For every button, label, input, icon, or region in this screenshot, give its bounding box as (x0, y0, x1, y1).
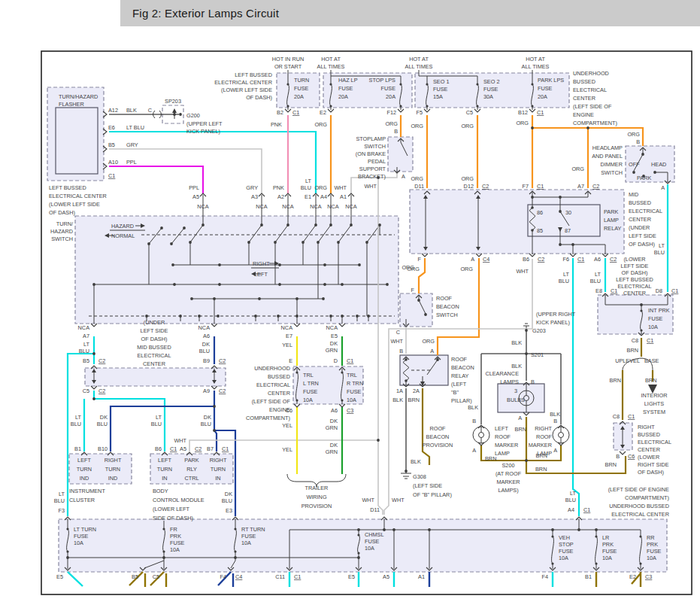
diagram-label: LEFT SIDE (621, 263, 649, 269)
diagram-label: OF DASH) (629, 241, 655, 248)
junction-dot (525, 459, 528, 462)
diagram-label: RLY (186, 466, 197, 473)
diagram-label: GRN (326, 424, 338, 431)
diagram-label: BLK (550, 411, 560, 418)
fuse-end (426, 105, 428, 107)
diagram-label: NCA (327, 203, 339, 210)
junction-dot (217, 315, 220, 318)
diagram-label: A12 (108, 107, 118, 114)
diagram-label: LEFT SIDE (141, 327, 168, 334)
diagram-label: C1 (537, 183, 544, 190)
junction-dot (145, 315, 148, 318)
junction-dot (295, 297, 298, 300)
fuse-end (162, 550, 165, 552)
diagram-label: ORG (422, 338, 435, 345)
diagram-label: OF DASH) (246, 94, 272, 101)
diagram-label: FUSE (303, 388, 318, 395)
diagram-label: CONTROL MODULE (153, 497, 205, 503)
diagram-label: BODY (153, 488, 168, 494)
diagram-label: 10A (74, 540, 83, 546)
coil-end (531, 206, 534, 209)
diagram-label: LEFT (77, 457, 91, 464)
diagram-label: (LOWER LEFT SIDE (49, 201, 100, 208)
fuse-end (551, 562, 553, 564)
diagram-label: B (472, 418, 476, 424)
component-box-flasher-inner (56, 108, 98, 174)
diagram-label: TRL (347, 372, 357, 379)
diagram-label: C1 (170, 445, 177, 452)
diagram-label: PARK LPS (538, 77, 564, 84)
diagram-label: FUSE (538, 85, 553, 92)
diagram-label: C1 (611, 287, 617, 294)
junction-dot (436, 358, 439, 361)
diagram-label: LEFT (254, 271, 268, 278)
diagram-label: ORG (402, 264, 414, 271)
junction-dot (92, 397, 95, 400)
junction-dot (254, 315, 257, 318)
diagram-label: NCA (198, 324, 211, 331)
diagram-label: LAMP (604, 217, 619, 223)
junction-dot (356, 315, 359, 318)
diagram-label: B (553, 418, 557, 424)
diagram-label: A (402, 173, 405, 180)
diagram-label: BRN (485, 455, 496, 462)
diagram-label: COMPARTMENT) (625, 494, 669, 501)
diagram-label: NCA (197, 203, 209, 210)
diagram-label: R TRN (347, 380, 363, 387)
diagram-label: HAZ LP (338, 77, 358, 84)
diagram-label: E (289, 357, 292, 364)
diagram-label: BULBS (507, 397, 525, 403)
diagram-label: BRN (515, 426, 526, 433)
junction-dot (302, 241, 305, 244)
fuse-end (341, 371, 343, 373)
junction-dot (341, 315, 344, 318)
diagram-label: A1 (418, 573, 425, 580)
diagram-label: F (411, 287, 415, 293)
diagram-label: IND (80, 475, 89, 482)
fuse-end (357, 552, 359, 554)
fuse-end (476, 83, 478, 85)
diagram-label: YEL (282, 342, 292, 348)
junction-dot (525, 352, 528, 355)
junction-dot (66, 556, 69, 559)
diagram-label: SEO 1 (433, 78, 450, 85)
wire-brn (423, 388, 429, 465)
diagram-label: RIGHT (638, 424, 655, 430)
diagram-label: BLK (392, 397, 403, 403)
diagram-label: BLU (565, 497, 576, 503)
diagram-label: INT PRK (648, 307, 670, 314)
screenshot-stage: Fig 2: Exterior Lamps Circuit HOT IN RUN… (0, 0, 700, 605)
diagram-label: LR (602, 534, 609, 541)
junction-dot (173, 113, 176, 116)
bulb-filament (479, 433, 484, 438)
diagram-label: (LEFT SIDE OF (573, 103, 612, 110)
diagram-label: OR START (274, 63, 302, 70)
fuse-end (399, 83, 402, 85)
diagram-label: PROVISION (423, 442, 453, 448)
diagram-label: (AT ROOF (495, 470, 522, 477)
junction-dot (274, 241, 277, 244)
junction-dot (179, 315, 182, 318)
diagram-label: ORG (411, 123, 423, 129)
junction-dot (218, 263, 221, 266)
diagram-label: F12 (386, 109, 396, 116)
diagram-label: A9 (203, 388, 210, 394)
diagram-label: LT (156, 414, 162, 421)
diagram-label: A6 (331, 407, 338, 414)
junction-dot (323, 263, 326, 266)
fuse-end (234, 527, 236, 530)
diagram-label: BLU (97, 421, 108, 427)
junction-dot (170, 242, 173, 245)
diagram-label: (LOWER (623, 256, 645, 263)
diagram-label: F3 (58, 507, 65, 514)
diagram-label: A (518, 415, 522, 421)
wiring-diagram: HOT IN RUNOR STARTHOT ATALL TIMESHOT ATA… (0, 0, 700, 605)
junction-dot (559, 196, 562, 199)
diagram-label: BRN (536, 452, 547, 459)
diagram-label: STOP (559, 541, 574, 548)
diagram-label: (LOWER (638, 454, 659, 461)
junction-dot (405, 470, 408, 473)
fuse-end (640, 309, 642, 312)
diagram-label: HAZARD (50, 228, 73, 235)
diagram-label: B5 (132, 573, 138, 580)
